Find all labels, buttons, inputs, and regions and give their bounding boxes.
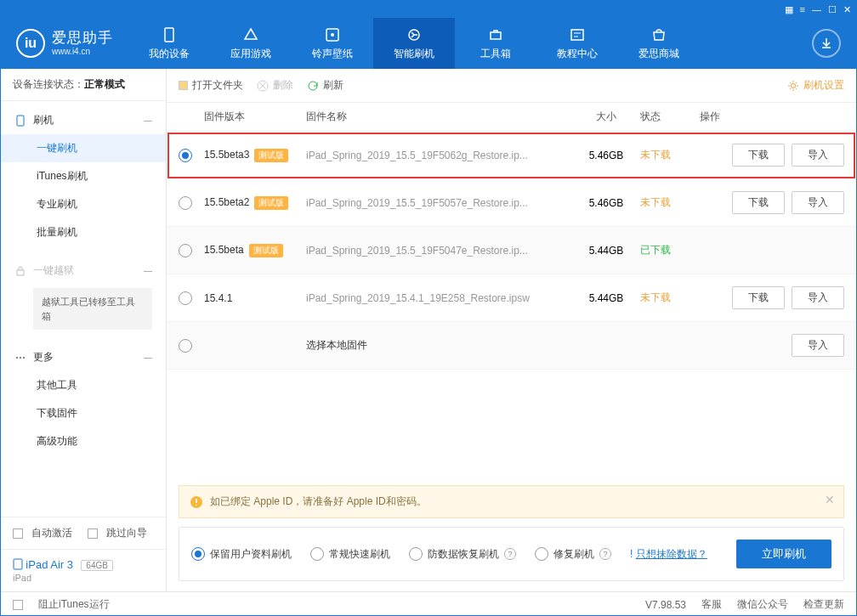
- option-radio[interactable]: [310, 547, 324, 561]
- titlebar-menu-icon[interactable]: ≡: [800, 4, 805, 14]
- window-titlebar: ▦ ≡ — ☐ ✕: [1, 1, 856, 18]
- svg-rect-5: [17, 116, 24, 126]
- flash-mode-option[interactable]: 常规快速刷机: [310, 547, 390, 562]
- flash-mode-option[interactable]: 防数据恢复刷机?: [409, 547, 516, 562]
- app-header: iu 爱思助手 www.i4.cn 我的设备应用游戏铃声壁纸智能刷机工具箱教程中…: [1, 18, 856, 69]
- row-action-button[interactable]: 导入: [792, 334, 844, 357]
- delete-button[interactable]: 删除: [257, 78, 293, 93]
- more-icon: [14, 352, 26, 364]
- titlebar-min-icon[interactable]: —: [812, 4, 821, 14]
- svg-point-8: [20, 356, 21, 358]
- tablet-icon: [13, 558, 23, 570]
- help-icon[interactable]: ?: [504, 548, 516, 560]
- nav-flash[interactable]: 智能刷机: [373, 18, 455, 69]
- main-panel: 打开文件夹 删除 刷新 刷机设置 固件版本 固件名称 大小 状态 操作: [167, 69, 856, 591]
- delete-icon: [257, 80, 269, 92]
- sidebar-item[interactable]: 一键刷机: [1, 134, 166, 162]
- sidebar-jb-note: 越狱工具已转移至工具箱: [33, 288, 152, 330]
- firmware-row[interactable]: 15.5beta2测试版iPad_Spring_2019_15.5_19F505…: [167, 179, 856, 227]
- firmware-row[interactable]: 15.4.1iPad_Spring_2019_15.4.1_19E258_Res…: [167, 274, 856, 322]
- nav-device[interactable]: 我的设备: [128, 18, 210, 69]
- alert-close-icon[interactable]: ✕: [825, 493, 835, 506]
- sidebar-item[interactable]: 其他工具: [1, 371, 166, 399]
- sidebar-item[interactable]: iTunes刷机: [1, 162, 166, 190]
- logo-icon: iu: [16, 29, 45, 58]
- titlebar-max-icon[interactable]: ☐: [828, 4, 837, 15]
- row-action-button[interactable]: 下载: [732, 191, 785, 214]
- sidebar-section-jailbreak[interactable]: 一键越狱—: [1, 257, 166, 285]
- store-icon: [650, 26, 667, 43]
- toolbar: 打开文件夹 删除 刷新 刷机设置: [167, 69, 856, 103]
- sidebar-section-more[interactable]: 更多—: [1, 343, 166, 371]
- row-radio[interactable]: [179, 149, 192, 162]
- erase-link[interactable]: 只想抹除数据？: [636, 548, 707, 560]
- logo-title: 爱思助手: [52, 30, 113, 47]
- gear-icon: [787, 80, 799, 92]
- device-info[interactable]: iPad Air 3 64GB iPad: [1, 549, 166, 591]
- option-radio[interactable]: [409, 547, 423, 561]
- top-nav: 我的设备应用游戏铃声壁纸智能刷机工具箱教程中心爱思商城: [128, 18, 812, 69]
- row-radio[interactable]: [179, 339, 192, 353]
- open-folder-button[interactable]: 打开文件夹: [179, 78, 243, 93]
- media-icon: [324, 26, 341, 43]
- nav-apps[interactable]: 应用游戏: [210, 18, 292, 69]
- titlebar-close-icon[interactable]: ✕: [843, 4, 851, 15]
- row-action-button[interactable]: 导入: [792, 144, 844, 167]
- row-radio[interactable]: [179, 196, 192, 210]
- option-radio[interactable]: [191, 547, 205, 561]
- svg-rect-10: [14, 559, 22, 569]
- nav-store[interactable]: 爱思商城: [618, 18, 700, 69]
- sidebar-item[interactable]: 下载固件: [1, 399, 166, 427]
- svg-point-12: [792, 83, 796, 88]
- firmware-row[interactable]: 选择本地固件导入: [167, 322, 856, 370]
- row-action-button[interactable]: 下载: [732, 286, 785, 309]
- svg-point-9: [23, 356, 25, 358]
- svg-rect-3: [491, 32, 501, 39]
- apple-id-alert: 如已绑定 Apple ID，请准备好 Apple ID和密码。 ✕: [179, 485, 844, 518]
- flash-mode-option[interactable]: 修复刷机?: [535, 547, 611, 562]
- nav-media[interactable]: 铃声壁纸: [292, 18, 373, 69]
- flash-icon: [14, 115, 26, 127]
- download-button[interactable]: [812, 29, 841, 58]
- option-radio[interactable]: [535, 547, 548, 561]
- flash-icon: [406, 26, 423, 43]
- nav-help[interactable]: 教程中心: [536, 18, 618, 69]
- block-itunes-checkbox[interactable]: [13, 600, 23, 610]
- flash-options: 保留用户资料刷机常规快速刷机防数据恢复刷机?修复刷机?! 只想抹除数据？立即刷机: [179, 527, 844, 581]
- warning-icon: [190, 495, 203, 509]
- row-action-button[interactable]: 下载: [732, 144, 785, 167]
- sidebar-item[interactable]: 高级功能: [1, 427, 166, 455]
- auto-activate-checkbox[interactable]: [13, 528, 23, 539]
- flash-now-button[interactable]: 立即刷机: [736, 540, 831, 568]
- sidebar-item[interactable]: 批量刷机: [1, 218, 166, 246]
- folder-icon: [179, 81, 188, 90]
- refresh-button[interactable]: 刷新: [307, 78, 343, 93]
- svg-point-7: [16, 356, 18, 358]
- table-header: 固件版本 固件名称 大小 状态 操作: [167, 103, 856, 132]
- device-icon: [161, 26, 178, 43]
- row-radio[interactable]: [179, 291, 192, 305]
- sidebar-item[interactable]: 专业刷机: [1, 190, 166, 218]
- logo[interactable]: iu 爱思助手 www.i4.cn: [1, 29, 128, 58]
- flash-mode-option[interactable]: 保留用户资料刷机: [191, 547, 292, 562]
- support-link[interactable]: 客服: [701, 597, 722, 612]
- wechat-link[interactable]: 微信公众号: [737, 597, 788, 612]
- row-radio[interactable]: [179, 244, 192, 257]
- sidebar-section-flash[interactable]: 刷机—: [1, 106, 166, 134]
- row-action-button[interactable]: 导入: [792, 286, 844, 309]
- help-icon: [569, 26, 586, 43]
- firmware-row[interactable]: 15.5beta测试版iPad_Spring_2019_15.5_19F5047…: [167, 227, 856, 274]
- skip-wizard-checkbox[interactable]: [88, 528, 98, 539]
- titlebar-grid-icon[interactable]: ▦: [785, 4, 793, 15]
- info-icon[interactable]: !: [630, 548, 633, 560]
- refresh-icon: [307, 80, 319, 92]
- row-action-button[interactable]: 导入: [792, 191, 844, 214]
- logo-url: www.i4.cn: [52, 47, 113, 57]
- sidebar-footer: 自动激活 跳过向导: [1, 517, 166, 549]
- help-icon[interactable]: ?: [599, 548, 611, 560]
- check-update-link[interactable]: 检查更新: [803, 597, 844, 612]
- flash-settings-button[interactable]: 刷机设置: [787, 78, 844, 93]
- status-bar: 阻止iTunes运行 V7.98.53 客服 微信公众号 检查更新: [1, 591, 856, 616]
- firmware-row[interactable]: 15.5beta3测试版iPad_Spring_2019_15.5_19F506…: [167, 132, 856, 179]
- nav-tools[interactable]: 工具箱: [455, 18, 536, 69]
